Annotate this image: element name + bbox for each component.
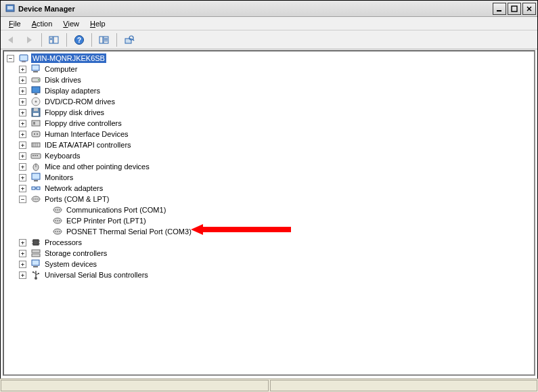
expander-icon[interactable]: + bbox=[19, 120, 26, 127]
tree-item[interactable]: +System devices bbox=[7, 259, 534, 269]
network-icon bbox=[30, 183, 41, 194]
device-tree[interactable]: −WIN-MQNRJKEK6SB+Computer+Disk drives+Di… bbox=[4, 51, 534, 280]
computer-icon bbox=[30, 64, 41, 74]
tree-item-label[interactable]: POSNET Thermal Serial Port (COM3) bbox=[65, 227, 193, 236]
menu-view[interactable]: View bbox=[58, 18, 85, 29]
expander-icon[interactable]: + bbox=[19, 98, 26, 106]
expander-icon[interactable]: + bbox=[19, 185, 26, 192]
tree-item-label[interactable]: Disk drives bbox=[43, 75, 83, 85]
properties-button[interactable] bbox=[96, 32, 112, 47]
svg-point-60 bbox=[59, 209, 60, 211]
svg-point-36 bbox=[34, 133, 35, 135]
tree-item[interactable]: +Storage controllers bbox=[7, 248, 534, 259]
app-icon bbox=[5, 3, 16, 14]
tree-item[interactable]: +Monitors bbox=[7, 172, 534, 183]
expander-icon[interactable]: − bbox=[7, 55, 14, 62]
tree-item-label[interactable]: Human Interface Devices bbox=[43, 129, 130, 139]
tree-item[interactable]: +Network adapters bbox=[7, 183, 534, 194]
scan-hardware-button[interactable] bbox=[121, 32, 137, 47]
tree-item-label[interactable]: IDE ATA/ATAPI controllers bbox=[43, 140, 133, 150]
expander-icon[interactable]: + bbox=[19, 174, 26, 181]
expander-icon[interactable]: + bbox=[19, 261, 26, 268]
keyboard-icon bbox=[30, 150, 41, 161]
tree-item-child[interactable]: POSNET Thermal Serial Port (COM3) bbox=[7, 226, 534, 237]
expander-icon[interactable]: + bbox=[19, 239, 26, 246]
tree-item[interactable]: +Display adapters bbox=[7, 85, 534, 96]
menu-help[interactable]: Help bbox=[85, 18, 111, 29]
tree-item[interactable]: +Universal Serial Bus controllers bbox=[7, 269, 534, 280]
svg-rect-32 bbox=[33, 113, 39, 116]
expander-icon[interactable]: + bbox=[19, 152, 26, 160]
svg-rect-45 bbox=[37, 155, 38, 156]
menu-action[interactable]: Action bbox=[26, 18, 58, 29]
close-button[interactable] bbox=[522, 3, 536, 15]
expander-icon[interactable]: + bbox=[19, 271, 26, 279]
tree-root[interactable]: −WIN-MQNRJKEK6SB bbox=[7, 53, 534, 64]
tree-item[interactable]: +Computer bbox=[7, 64, 534, 74]
tree-item-label[interactable]: Keyboards bbox=[43, 151, 82, 160]
tree-item-label[interactable]: Communications Port (COM1) bbox=[65, 205, 167, 215]
minimize-button[interactable] bbox=[493, 3, 506, 15]
tree-item-label[interactable]: ECP Printer Port (LPT1) bbox=[65, 216, 148, 225]
expander-icon[interactable]: + bbox=[19, 77, 26, 84]
svg-rect-9 bbox=[50, 39, 52, 40]
tree-item-label[interactable]: DVD/CD-ROM drives bbox=[43, 97, 116, 106]
expander-icon[interactable]: + bbox=[19, 131, 26, 138]
tree-item[interactable]: −Ports (COM & LPT) bbox=[7, 194, 534, 204]
tree-item-label[interactable]: Display adapters bbox=[43, 86, 102, 95]
tree-item-label[interactable]: Storage controllers bbox=[43, 248, 108, 258]
expander-icon[interactable]: + bbox=[19, 250, 26, 257]
tree-item[interactable]: +DVD/CD-ROM drives bbox=[7, 96, 534, 107]
svg-point-64 bbox=[59, 220, 60, 221]
svg-rect-69 bbox=[33, 240, 39, 245]
tree-item-child[interactable]: ECP Printer Port (LPT1) bbox=[7, 215, 534, 226]
tree-item-label[interactable]: Monitors bbox=[43, 173, 74, 182]
tree-item-label[interactable]: Computer bbox=[43, 64, 79, 74]
tree-item-child[interactable]: Communications Port (COM1) bbox=[7, 204, 534, 215]
help-button[interactable]: ? bbox=[71, 32, 87, 47]
svg-rect-83 bbox=[38, 273, 39, 274]
tree-item[interactable]: +Disk drives bbox=[7, 74, 534, 85]
tree-item[interactable]: +Mice and other pointing devices bbox=[7, 161, 534, 172]
display-icon bbox=[30, 85, 41, 96]
tree-item-label[interactable]: Floppy disk drives bbox=[43, 108, 106, 117]
floppy-ctrl-icon bbox=[30, 118, 41, 129]
tree-item-label[interactable]: Floppy drive controllers bbox=[43, 118, 123, 128]
expander-icon bbox=[41, 206, 48, 214]
tree-item-label[interactable]: Ports (COM & LPT) bbox=[43, 194, 110, 204]
expander-icon[interactable]: − bbox=[19, 196, 26, 203]
svg-rect-35 bbox=[32, 131, 40, 137]
toolbar: ? bbox=[1, 30, 537, 49]
window-title: Device Manager bbox=[18, 5, 491, 13]
maximize-button[interactable] bbox=[508, 3, 521, 15]
expander-icon[interactable]: + bbox=[19, 109, 26, 116]
tree-item-label[interactable]: Network adapters bbox=[43, 183, 104, 193]
tree-item[interactable]: +Keyboards bbox=[7, 150, 534, 161]
expander-icon[interactable]: + bbox=[19, 163, 26, 171]
tree-item[interactable]: +Processors bbox=[7, 237, 534, 248]
tree-item-label[interactable]: Mice and other pointing devices bbox=[43, 162, 151, 171]
show-hide-tree-button[interactable] bbox=[46, 32, 62, 47]
expander-icon[interactable]: + bbox=[19, 141, 26, 149]
tree-item[interactable]: +Human Interface Devices bbox=[7, 129, 534, 139]
tree-item[interactable]: +IDE ATA/ATAPI controllers bbox=[7, 139, 534, 150]
svg-point-58 bbox=[55, 209, 56, 211]
svg-rect-33 bbox=[32, 121, 40, 126]
tree-item-label[interactable]: WIN-MQNRJKEK6SB bbox=[31, 53, 106, 63]
expander-icon[interactable]: + bbox=[19, 66, 26, 73]
svg-rect-43 bbox=[32, 155, 34, 156]
tree-item[interactable]: +Floppy disk drives bbox=[7, 107, 534, 118]
tree-item[interactable]: +Floppy drive controllers bbox=[7, 118, 534, 129]
svg-rect-7 bbox=[53, 37, 58, 43]
svg-rect-44 bbox=[35, 155, 36, 156]
tree-item-label[interactable]: Universal Serial Bus controllers bbox=[43, 270, 150, 280]
tree-item-label[interactable]: System devices bbox=[43, 259, 98, 269]
toolbar-separator bbox=[66, 33, 67, 47]
expander-icon[interactable]: + bbox=[19, 87, 26, 95]
svg-rect-14 bbox=[104, 38, 108, 39]
svg-rect-49 bbox=[34, 180, 38, 181]
svg-point-29 bbox=[35, 101, 37, 103]
svg-rect-8 bbox=[50, 38, 52, 39]
tree-item-label[interactable]: Processors bbox=[43, 238, 83, 247]
menu-file[interactable]: File bbox=[3, 18, 26, 29]
